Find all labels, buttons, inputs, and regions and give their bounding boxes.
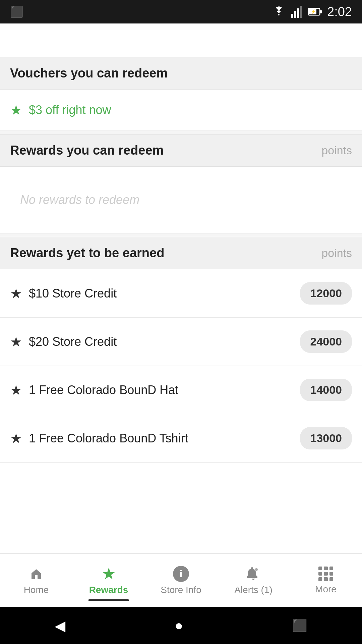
rewards-earn-section-header: Rewards yet to be earned points (0, 237, 362, 269)
status-bar-right: ⚡ 2:02 (272, 5, 352, 19)
reward-points-0: 12000 (300, 282, 352, 305)
rewards-redeem-section-header: Rewards you can redeem points (0, 134, 362, 167)
alerts-icon (245, 566, 261, 582)
status-bar: ⬛ ⚡ 2:02 (0, 0, 362, 23)
reward-star-icon-2: ★ (10, 382, 22, 398)
reward-label-0: $10 Store Credit (29, 286, 117, 301)
nav-label-more: More (315, 584, 337, 595)
back-button[interactable]: ◀ (55, 618, 65, 634)
status-time: 2:02 (327, 5, 352, 19)
separator-1 (0, 131, 362, 134)
signal-icon (291, 6, 303, 18)
svg-rect-0 (291, 14, 293, 18)
reward-points-1: 24000 (300, 330, 352, 353)
nav-label-home: Home (24, 585, 49, 595)
rewards-redeem-points-label: points (321, 144, 352, 157)
no-rewards-item: No rewards to redeem (0, 167, 362, 233)
rewards-earn-title: Rewards yet to be earned (10, 246, 164, 260)
home-button[interactable]: ● (175, 618, 183, 634)
nav-item-rewards[interactable]: ★ Rewards (72, 560, 145, 601)
reward-item-1-left: ★ $20 Store Credit (10, 334, 300, 350)
reward-points-2: 14000 (300, 379, 352, 401)
svg-rect-9 (255, 568, 258, 571)
reward-label-3: 1 Free Colorado BounD Tshirt (29, 431, 188, 445)
voucher-item-left: ★ $3 off right now (10, 102, 352, 118)
reward-star-icon-1: ★ (10, 334, 22, 350)
reward-item-3-left: ★ 1 Free Colorado BounD Tshirt (10, 431, 300, 446)
wifi-icon (272, 6, 286, 17)
no-rewards-text: No rewards to redeem (10, 179, 149, 220)
voucher-item[interactable]: ★ $3 off right now (0, 90, 362, 131)
nav-item-storeinfo[interactable]: i Store Info (145, 560, 217, 601)
info-icon: i (173, 566, 189, 582)
rewards-star-icon: ★ (102, 566, 116, 582)
reward-item-1[interactable]: ★ $20 Store Credit 24000 (0, 318, 362, 366)
bottom-nav: Home ★ Rewards i Store Info Alerts (1) (0, 553, 362, 607)
nav-item-alerts[interactable]: Alerts (1) (217, 560, 290, 601)
reward-points-3: 13000 (300, 427, 352, 449)
vouchers-title: Vouchers you can redeem (10, 66, 168, 80)
nav-label-rewards: Rewards (89, 585, 128, 595)
svg-rect-3 (300, 6, 302, 18)
rewards-redeem-title: Rewards you can redeem (10, 143, 164, 158)
reward-item-2[interactable]: ★ 1 Free Colorado BounD Hat 14000 (0, 366, 362, 414)
voucher-star-icon: ★ (10, 102, 22, 118)
reward-star-icon-0: ★ (10, 286, 22, 301)
voucher-label: $3 off right now (29, 103, 111, 117)
svg-rect-1 (294, 11, 296, 18)
nav-item-more[interactable]: More (290, 561, 362, 600)
nav-label-alerts: Alerts (1) (234, 585, 273, 595)
notification-icon: ⬛ (10, 5, 23, 18)
svg-rect-2 (297, 8, 299, 18)
svg-text:⚡: ⚡ (311, 9, 316, 14)
reward-item-0-left: ★ $10 Store Credit (10, 286, 300, 301)
reward-label-2: 1 Free Colorado BounD Hat (29, 383, 178, 397)
reward-item-0[interactable]: ★ $10 Store Credit 12000 (0, 269, 362, 318)
svg-rect-5 (320, 10, 322, 13)
reward-star-icon-3: ★ (10, 431, 22, 446)
reward-label-1: $20 Store Credit (29, 335, 117, 349)
rewards-earn-points-label: points (321, 247, 352, 260)
reward-item-2-left: ★ 1 Free Colorado BounD Hat (10, 382, 300, 398)
android-nav: ◀ ● ⬛ (0, 607, 362, 644)
nav-item-home[interactable]: Home (0, 560, 72, 601)
battery-icon: ⚡ (308, 7, 322, 16)
recents-button[interactable]: ⬛ (292, 619, 307, 633)
app-header (0, 23, 362, 57)
home-icon (28, 566, 44, 582)
nav-label-storeinfo: Store Info (161, 585, 201, 595)
vouchers-section-header: Vouchers you can redeem (0, 57, 362, 90)
more-grid-icon (318, 567, 333, 581)
status-bar-left: ⬛ (10, 5, 23, 18)
separator-2 (0, 233, 362, 237)
reward-item-3[interactable]: ★ 1 Free Colorado BounD Tshirt 13000 (0, 414, 362, 463)
